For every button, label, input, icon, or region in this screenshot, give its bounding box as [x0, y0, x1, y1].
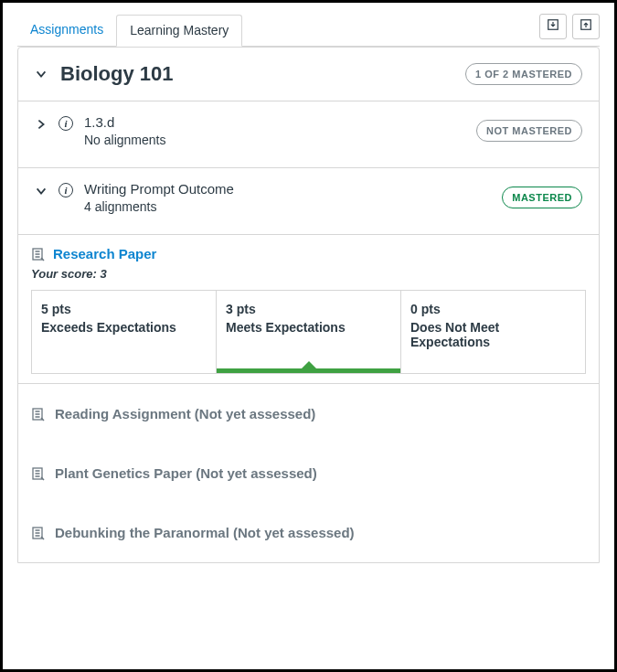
- rubric-label: Does Not Meet Expectations: [410, 320, 576, 349]
- pending-alignment[interactable]: Plant Genetics Paper (Not yet assessed): [18, 443, 599, 503]
- tab-assignments[interactable]: Assignments: [17, 15, 116, 47]
- import-button[interactable]: [539, 14, 567, 39]
- rubric-label: Meets Expectations: [226, 320, 391, 335]
- rubric-pts: 5 pts: [41, 302, 207, 316]
- mastery-summary-badge: 1 OF 2 MASTERED: [465, 63, 582, 85]
- rubric-label: Exceeds Expectations: [41, 320, 207, 335]
- rubric-cell: 0 pts Does Not Meet Expectations: [401, 291, 585, 373]
- rubric-icon: [31, 407, 46, 421]
- pending-label: Reading Assignment (Not yet assessed): [55, 406, 315, 421]
- rubric-pts: 3 pts: [226, 302, 391, 316]
- course-title: Biology 101: [60, 62, 452, 86]
- export-button[interactable]: [572, 14, 600, 39]
- rubric-cell-current: 3 pts Meets Expectations: [217, 291, 401, 373]
- outcome-sub: No alignments: [84, 133, 465, 147]
- not-mastered-badge: NOT MASTERED: [476, 120, 582, 142]
- download-into-box-icon: [547, 18, 559, 35]
- course-header[interactable]: Biology 101 1 OF 2 MASTERED: [18, 48, 599, 101]
- tab-learning-mastery[interactable]: Learning Mastery: [116, 15, 242, 47]
- pending-label: Debunking the Paranormal (Not yet assess…: [55, 525, 355, 540]
- chevron-right-icon: [35, 118, 48, 131]
- pending-alignment[interactable]: Debunking the Paranormal (Not yet assess…: [18, 503, 599, 562]
- pending-label: Plant Genetics Paper (Not yet assessed): [55, 465, 317, 481]
- chevron-down-icon: [35, 185, 48, 197]
- mastery-panel: Biology 101 1 OF 2 MASTERED i 1.3.d No a…: [17, 47, 600, 563]
- alignment-detail: Research Paper Your score: 3 5 pts Excee…: [18, 235, 599, 384]
- chevron-down-icon: [35, 68, 48, 80]
- upload-from-box-icon: [580, 18, 592, 35]
- rubric-icon: [31, 526, 46, 540]
- pending-alignment[interactable]: Reading Assignment (Not yet assessed): [18, 384, 599, 443]
- rubric-icon: [31, 247, 46, 261]
- outcome-row[interactable]: i Writing Prompt Outcome 4 alignments MA…: [18, 168, 599, 235]
- tab-bar: Assignments Learning Mastery: [17, 14, 600, 47]
- mastered-badge: MASTERED: [502, 187, 582, 208]
- alignment-link[interactable]: Research Paper: [53, 246, 156, 261]
- score-line: Your score: 3: [31, 267, 586, 281]
- rubric-pts: 0 pts: [410, 302, 576, 316]
- info-icon[interactable]: i: [59, 183, 73, 197]
- rubric-cell: 5 pts Exceeds Expectations: [32, 291, 217, 373]
- outcome-row[interactable]: i 1.3.d No alignments NOT MASTERED: [18, 101, 599, 168]
- rubric-grid: 5 pts Exceeds Expectations 3 pts Meets E…: [31, 290, 586, 374]
- outcome-sub: 4 alignments: [84, 199, 491, 214]
- info-icon[interactable]: i: [59, 116, 73, 131]
- outcome-title: Writing Prompt Outcome: [84, 181, 491, 197]
- rubric-icon: [31, 466, 46, 481]
- outcome-title: 1.3.d: [84, 114, 465, 130]
